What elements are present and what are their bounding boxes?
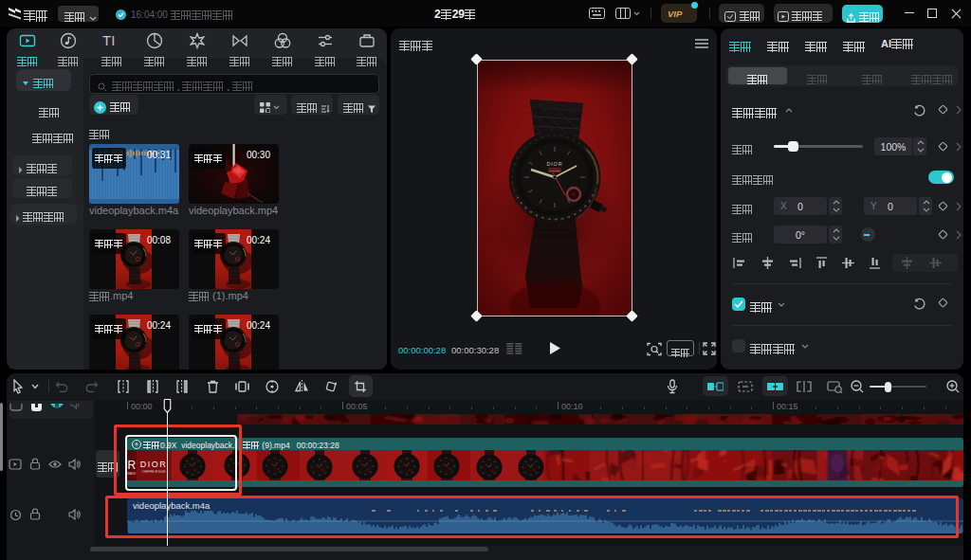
- svg-text:TI: TI: [102, 32, 115, 48]
- svg-text:VIP: VIP: [668, 9, 683, 18]
